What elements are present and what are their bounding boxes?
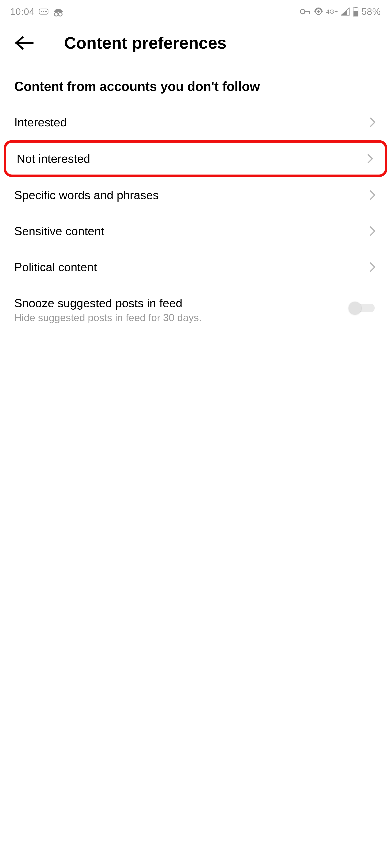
snooze-row: Snooze suggested posts in feed Hide sugg… xyxy=(0,285,391,335)
snooze-texts: Snooze suggested posts in feed Hide sugg… xyxy=(14,296,202,323)
status-bar: 10:04 xyxy=(0,0,391,21)
settings-list: Interested Not interested Specific words… xyxy=(0,104,391,335)
svg-rect-4 xyxy=(54,11,63,12)
svg-rect-10 xyxy=(309,11,310,14)
list-item-specific-words[interactable]: Specific words and phrases xyxy=(0,177,391,213)
svg-rect-15 xyxy=(354,11,358,16)
snooze-toggle[interactable] xyxy=(348,302,375,314)
list-item-not-interested[interactable]: Not interested xyxy=(6,143,385,175)
svg-point-8 xyxy=(300,9,305,14)
incognito-icon xyxy=(53,7,63,17)
snooze-label: Snooze suggested posts in feed xyxy=(14,296,202,310)
battery-icon xyxy=(353,7,359,17)
hotspot-icon xyxy=(314,7,323,16)
section-heading: Content from accounts you don't follow xyxy=(0,67,391,104)
list-item-label: Political content xyxy=(14,260,97,274)
snooze-sublabel: Hide suggested posts in feed for 30 days… xyxy=(14,312,202,323)
svg-rect-3 xyxy=(45,11,47,12)
network-label: 4G+ xyxy=(326,8,338,15)
toggle-knob xyxy=(348,302,361,314)
svg-point-5 xyxy=(54,12,58,16)
svg-point-11 xyxy=(317,10,320,13)
chevron-right-icon xyxy=(370,226,376,236)
back-button[interactable] xyxy=(14,36,34,50)
chevron-right-icon xyxy=(367,154,373,164)
chevron-right-icon xyxy=(370,190,376,200)
battery-percent: 58% xyxy=(361,6,381,17)
svg-point-6 xyxy=(58,12,62,16)
highlight-not-interested: Not interested xyxy=(4,140,387,177)
status-time: 10:04 xyxy=(10,6,35,17)
list-item-political-content[interactable]: Political content xyxy=(0,249,391,285)
page-title: Content preferences xyxy=(64,33,226,53)
header: Content preferences xyxy=(0,21,391,67)
list-item-label: Sensitive content xyxy=(14,224,104,238)
card-icon xyxy=(39,8,49,15)
list-item-sensitive-content[interactable]: Sensitive content xyxy=(0,213,391,249)
chevron-right-icon xyxy=(370,262,376,272)
svg-point-2 xyxy=(43,11,44,12)
status-right: 4G+ 58% xyxy=(300,6,381,17)
list-item-label: Not interested xyxy=(17,152,90,165)
chevron-right-icon xyxy=(370,117,376,127)
list-item-label: Specific words and phrases xyxy=(14,188,159,202)
key-icon xyxy=(300,8,311,14)
svg-point-1 xyxy=(41,11,42,12)
list-item-interested[interactable]: Interested xyxy=(0,104,391,140)
signal-icon xyxy=(341,7,350,16)
status-left: 10:04 xyxy=(10,6,63,17)
list-item-label: Interested xyxy=(14,115,67,129)
